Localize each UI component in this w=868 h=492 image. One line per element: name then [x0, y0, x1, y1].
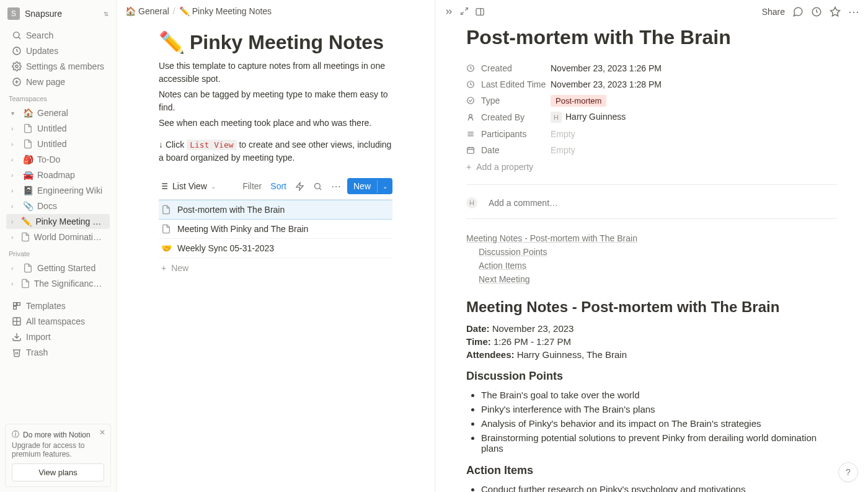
plus-icon: + [466, 162, 471, 172]
meta-attendees[interactable]: Attendees: Harry Guinness, The Brain [466, 348, 837, 361]
new-button-label: New [347, 178, 377, 194]
sidebar-page[interactable]: ›Untitled [6, 136, 110, 151]
page-description[interactable]: Notes can be tagged by meeting type to m… [159, 88, 392, 114]
expand-icon[interactable] [460, 7, 469, 17]
sidebar-item-label: Search [26, 30, 53, 40]
share-button[interactable]: Share [762, 7, 785, 17]
help-button[interactable]: ? [838, 462, 858, 482]
page-title-text: Pinky Meeting Notes [190, 31, 384, 54]
prop-type[interactable]: Type Post-mortem [466, 92, 837, 109]
chevron-right-icon[interactable]: › [11, 187, 19, 194]
bullet-item[interactable]: Brainstorming potential solutions to pre… [481, 431, 837, 455]
calendar-icon [466, 146, 476, 154]
download-icon [11, 332, 22, 342]
sidebar-page[interactable]: ›📓Engineering Wiki [6, 183, 110, 198]
chevron-right-icon[interactable]: › [11, 125, 19, 132]
chevron-right-icon[interactable]: › [11, 280, 17, 287]
sidebar-templates[interactable]: Templates [6, 298, 110, 313]
chevron-down-icon[interactable]: ⌄ [377, 180, 392, 193]
filter-button[interactable]: Filter [240, 181, 264, 191]
new-button[interactable]: New ⌄ [347, 178, 392, 194]
bullet-item[interactable]: The Brain's goal to take over the world [481, 388, 837, 402]
chevron-right-icon[interactable]: › [11, 141, 19, 148]
page-icon: 📓 [22, 186, 33, 195]
chevron-right-icon[interactable]: › [11, 218, 17, 225]
chevron-right-icon[interactable]: › [11, 234, 17, 241]
sidebar-updates[interactable]: Updates [6, 43, 110, 58]
chevron-right-icon[interactable]: › [11, 156, 19, 163]
sidebar-settings[interactable]: Settings & members [6, 59, 110, 74]
sidebar-page[interactable]: ›✏️Pinky Meeting Notes [6, 214, 110, 229]
chevron-right-icon[interactable]: › [11, 203, 19, 210]
toc-item[interactable]: Discussion Points [479, 245, 837, 259]
sidebar-page[interactable]: ›📎Docs [6, 199, 110, 213]
trash-icon [11, 347, 22, 357]
toc-item[interactable]: Next Meeting [479, 272, 837, 286]
chevron-right-icon[interactable]: › [11, 265, 19, 272]
sidebar-page[interactable]: ›World Domination Sche… [6, 230, 110, 244]
prop-edited[interactable]: Last Edited Time November 23, 2023 1:28 … [466, 76, 837, 92]
sidebar-page[interactable]: ›🎒To-Do [6, 152, 110, 167]
meta-time[interactable]: Time: 1:26 PM - 1:27 PM [466, 335, 837, 348]
page-icon: 🎒 [22, 154, 33, 164]
peek-mode-icon[interactable] [475, 7, 485, 17]
sidebar-page[interactable]: ›🚘Roadmap [6, 168, 110, 182]
view-plans-button[interactable]: View plans [12, 463, 104, 481]
sidebar-search[interactable]: Search [6, 28, 110, 43]
page-description[interactable]: Use this template to capture notes from … [159, 60, 392, 86]
more-icon[interactable]: ⋯ [848, 5, 859, 19]
page-description[interactable]: See when each meeting took place and who… [159, 117, 392, 130]
teamspace-general[interactable]: ▾ 🏠 General [6, 105, 110, 120]
chevron-down-icon[interactable]: ▾ [11, 110, 19, 117]
sort-button[interactable]: Sort [268, 181, 289, 191]
view-selector[interactable]: List View ⌄ [159, 181, 216, 191]
sidebar-all-teamspaces[interactable]: All teamspaces [6, 314, 110, 329]
search-icon[interactable] [311, 182, 325, 191]
avatar: H [466, 197, 477, 208]
breadcrumb-page[interactable]: ✏️ Pinky Meeting Notes [179, 6, 272, 16]
sidebar-page[interactable]: ›Untitled [6, 121, 110, 136]
tag-pill[interactable]: Post-mortem [551, 95, 606, 107]
prop-participants[interactable]: Participants Empty [466, 126, 837, 142]
toc-root[interactable]: Meeting Notes - Post-mortem with The Bra… [466, 231, 837, 245]
page-title[interactable]: ✏️ Pinky Meeting Notes [159, 30, 392, 55]
clock-icon[interactable] [811, 6, 822, 17]
list-add-new[interactable]: + New [159, 258, 392, 278]
list-item[interactable]: Post-mortem with The Brain [159, 200, 392, 220]
prop-date[interactable]: Date Empty [466, 142, 837, 158]
prop-createdby[interactable]: Created By HHarry Guinness [466, 109, 837, 126]
sidebar-page[interactable]: ›Getting Started [6, 261, 110, 275]
bullet-item[interactable]: Conduct further research on Pinky's psyc… [481, 482, 837, 492]
meta-date[interactable]: Date: November 23, 2023 [466, 322, 837, 335]
comment-row[interactable]: H [466, 194, 837, 219]
list-item[interactable]: Meeting With Pinky and The Brain [159, 220, 392, 239]
sidebar-import[interactable]: Import [6, 329, 110, 344]
list-item[interactable]: 🤝Weekly Sync 05-31-2023 [159, 239, 392, 258]
toc-item[interactable]: Action Items [479, 259, 837, 272]
star-icon[interactable] [830, 6, 841, 17]
add-property-button[interactable]: +Add a property [466, 158, 837, 179]
chevron-double-right-icon[interactable] [444, 7, 454, 17]
search-icon [11, 30, 22, 40]
section-heading[interactable]: Action Items [466, 464, 837, 477]
bullet-item[interactable]: Analysis of Pinky's behavior and its imp… [481, 416, 837, 431]
detail-title[interactable]: Post-mortem with The Brain [466, 26, 837, 49]
close-icon[interactable]: ✕ [99, 428, 105, 437]
section-heading[interactable]: Meeting Notes - Post-mortem with The Bra… [466, 298, 837, 316]
bolt-icon[interactable] [293, 182, 307, 191]
bullet-item[interactable]: Pinky's interference with The Brain's pl… [481, 402, 837, 416]
sidebar-page[interactable]: ›The Significance of Gui… [6, 276, 110, 291]
comment-icon[interactable] [792, 6, 804, 17]
sidebar-trash[interactable]: Trash [6, 345, 110, 360]
section-heading[interactable]: Discussion Points [466, 370, 837, 383]
breadcrumb-root[interactable]: 🏠 General [125, 6, 169, 16]
sidebar-new-page[interactable]: New page [6, 74, 110, 89]
prop-created[interactable]: Created November 23, 2023 1:26 PM [466, 60, 837, 76]
page-icon [161, 224, 172, 234]
more-icon[interactable]: ⋯ [329, 181, 343, 192]
chevron-right-icon[interactable]: › [11, 172, 19, 179]
comment-input[interactable] [489, 198, 837, 208]
workspace-switcher[interactable]: S Snapsure ⇅ [0, 0, 116, 27]
page-emoji[interactable]: ✏️ [159, 30, 185, 55]
prop-label: Participants [481, 129, 526, 139]
